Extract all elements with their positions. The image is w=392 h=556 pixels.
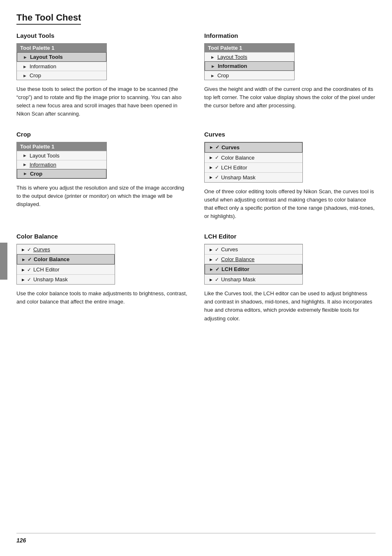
curves-title: Curves <box>204 131 376 138</box>
layout-tools-palette-header: Tool Palette 1 <box>17 44 106 52</box>
information-palette: Tool Palette 1 ► Layout Tools ► Informat… <box>204 43 295 80</box>
color-balance-item-3[interactable]: ► ✓ Unsharp Mask <box>17 274 115 284</box>
curves-item-0[interactable]: ► ✓ Curves <box>205 142 302 153</box>
arrow-icon-cb-3: ► <box>21 277 25 282</box>
check-icon-curves-0: ✓ <box>215 144 219 150</box>
check-icon-lch-3: ✓ <box>215 277 219 283</box>
color-balance-title: Color Balance <box>16 233 188 240</box>
check-icon-lch-1: ✓ <box>215 257 219 262</box>
arrow-icon-crop-2: ► <box>23 171 28 176</box>
information-item-1[interactable]: ► Information <box>205 61 294 71</box>
information-item-label-1: Information <box>218 63 247 69</box>
page-title: The Tool Chest <box>16 12 81 25</box>
lch-item-2[interactable]: ► ✓ LCH Editor <box>205 264 302 274</box>
layout-tools-desc: Use these tools to select the portion of… <box>16 85 188 118</box>
arrow-icon-curves-2: ► <box>209 165 213 170</box>
color-balance-item-label-2: LCH Editor <box>33 266 60 273</box>
section-layout-tools: Layout Tools Tool Palette 1 ► Layout Too… <box>16 32 188 118</box>
lch-editor-desc: Like the Curves tool, the LCH editor can… <box>204 290 376 323</box>
crop-item-0[interactable]: ► Layout Tools <box>17 151 106 160</box>
crop-palette: Tool Palette 1 ► Layout Tools ► Informat… <box>16 142 107 179</box>
color-balance-palette: ► ✓ Curves ► ✓ Color Balance ► ✓ LCH Edi… <box>16 244 115 285</box>
curves-item-1[interactable]: ► ✓ Color Balance <box>205 153 302 162</box>
layout-tools-item-label-0: Layout Tools <box>30 54 63 60</box>
arrow-icon-cb-0: ► <box>21 247 25 252</box>
layout-tools-title: Layout Tools <box>16 32 188 39</box>
information-desc: Gives the height and width of the curren… <box>204 85 376 110</box>
arrow-icon-cb-2: ► <box>21 267 25 272</box>
curves-palette: ► ✓ Curves ► ✓ Color Balance ► ✓ LCH Edi… <box>204 142 303 183</box>
information-item-label-2: Crop <box>217 72 229 79</box>
layout-tools-item-2[interactable]: ► Crop <box>17 71 106 80</box>
lch-item-label-2: LCH Editor <box>221 266 249 272</box>
section-color-balance: Color Balance ► ✓ Curves ► ✓ Color Balan… <box>16 233 188 323</box>
arrow-icon-crop-0: ► <box>23 153 27 158</box>
lch-item-label-0: Curves <box>221 246 238 253</box>
arrow-icon-info-2: ► <box>210 73 215 78</box>
lch-item-label-1: Color Balance <box>221 256 255 262</box>
crop-desc: This is where you adjust the resolution … <box>16 184 188 208</box>
crop-palette-header: Tool Palette 1 <box>17 142 106 151</box>
color-balance-item-2[interactable]: ► ✓ LCH Editor <box>17 264 115 274</box>
check-icon-cb-1: ✓ <box>28 257 32 262</box>
information-item-label-0: Layout Tools <box>217 54 247 60</box>
crop-item-label-0: Layout Tools <box>30 153 60 159</box>
curves-item-label-0: Curves <box>221 144 240 151</box>
layout-tools-item-label-1: Information <box>30 63 56 70</box>
arrow-icon-curves-1: ► <box>209 155 213 160</box>
layout-tools-item-0[interactable]: ► Layout Tools <box>17 52 106 62</box>
curves-item-3[interactable]: ► ✓ Unsharp Mask <box>205 172 302 182</box>
lch-item-label-3: Unsharp Mask <box>221 276 256 283</box>
bottom-divider <box>16 533 376 533</box>
arrow-icon-curves-0: ► <box>209 145 214 150</box>
arrow-icon-0: ► <box>23 55 28 60</box>
crop-item-label-1: Information <box>30 162 56 168</box>
section-curves: Curves ► ✓ Curves ► ✓ Color Balance ► ✓ … <box>204 131 376 221</box>
crop-item-2[interactable]: ► Crop <box>17 169 106 178</box>
check-icon-curves-1: ✓ <box>215 155 219 160</box>
section-crop: Crop Tool Palette 1 ► Layout Tools ► Inf… <box>16 131 188 221</box>
color-balance-item-1[interactable]: ► ✓ Color Balance <box>17 254 115 264</box>
check-icon-cb-3: ✓ <box>27 277 31 283</box>
color-balance-item-label-0: Curves <box>33 246 50 253</box>
arrow-icon-curves-3: ► <box>209 175 213 180</box>
page-number: 126 <box>16 537 26 544</box>
check-icon-cb-2: ✓ <box>27 267 31 273</box>
arrow-icon-info-1: ► <box>211 64 215 69</box>
layout-tools-palette: Tool Palette 1 ► Layout Tools ► Informat… <box>16 43 107 80</box>
lch-item-3[interactable]: ► ✓ Unsharp Mask <box>205 274 302 284</box>
arrow-icon-1: ► <box>23 64 27 69</box>
curves-item-2[interactable]: ► ✓ LCH Editor <box>205 162 302 172</box>
arrow-icon-2: ► <box>23 73 27 78</box>
arrow-icon-cb-1: ► <box>21 257 26 262</box>
arrow-icon-lch-1: ► <box>209 257 213 262</box>
information-palette-header: Tool Palette 1 <box>205 44 294 52</box>
check-icon-curves-3: ✓ <box>215 174 219 180</box>
check-icon-curves-2: ✓ <box>215 164 219 170</box>
lch-item-0[interactable]: ► ✓ Curves <box>205 244 302 254</box>
check-icon-lch-2: ✓ <box>215 266 219 272</box>
section-information: Information Tool Palette 1 ► Layout Tool… <box>204 32 376 118</box>
curves-desc: One of three color editing tools offered… <box>204 188 376 221</box>
check-icon-cb-0: ✓ <box>27 247 31 253</box>
layout-tools-item-1[interactable]: ► Information <box>17 62 106 71</box>
crop-item-label-2: Crop <box>30 171 42 177</box>
check-icon-lch-0: ✓ <box>215 247 219 253</box>
color-balance-item-label-3: Unsharp Mask <box>33 276 68 283</box>
layout-tools-item-label-2: Crop <box>30 72 41 79</box>
arrow-icon-lch-2: ► <box>209 267 214 272</box>
arrow-icon-info-0: ► <box>210 55 215 60</box>
information-item-2[interactable]: ► Crop <box>205 71 294 80</box>
arrow-icon-crop-1: ► <box>23 162 27 167</box>
lch-item-1[interactable]: ► ✓ Color Balance <box>205 254 302 264</box>
left-tab-indicator <box>0 243 7 280</box>
color-balance-item-label-1: Color Balance <box>34 256 69 262</box>
arrow-icon-lch-0: ► <box>209 247 213 252</box>
crop-title: Crop <box>16 131 188 138</box>
information-item-0[interactable]: ► Layout Tools <box>205 52 294 61</box>
curves-item-label-2: LCH Editor <box>221 164 247 171</box>
section-lch-editor: LCH Editor ► ✓ Curves ► ✓ Color Balance … <box>204 233 376 323</box>
color-balance-item-0[interactable]: ► ✓ Curves <box>17 244 115 254</box>
crop-item-1[interactable]: ► Information <box>17 160 106 169</box>
arrow-icon-lch-3: ► <box>209 277 213 282</box>
